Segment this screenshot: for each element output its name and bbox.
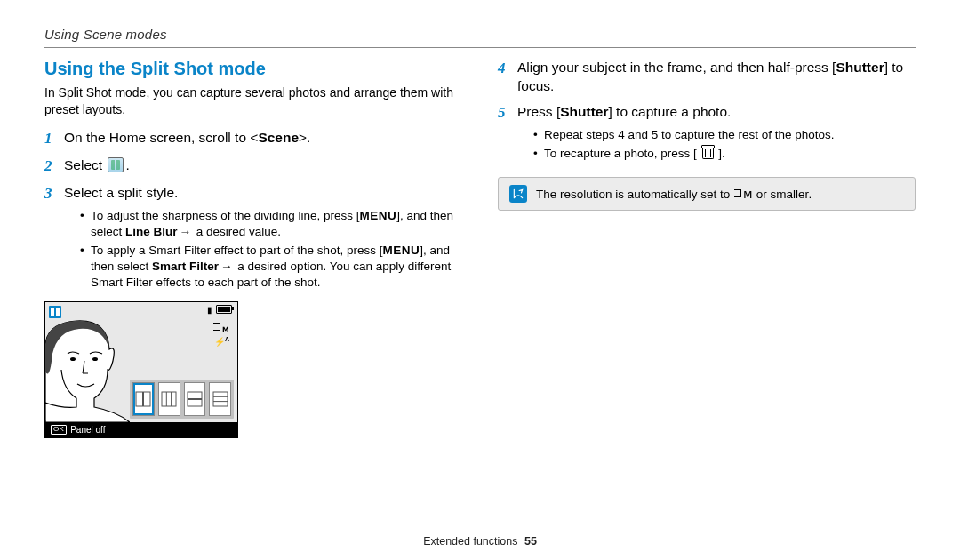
sub-bullet: To apply a Smart Filter effect to part o… <box>80 243 462 292</box>
menu-label: MENU <box>382 244 420 257</box>
steps-list-right: 4 Align your subject in the frame, and t… <box>498 59 916 164</box>
two-column-layout: Using the Split Shot mode In Split Shot … <box>44 59 916 438</box>
sd-icon: ▮ <box>207 305 212 315</box>
layout-options <box>130 380 234 419</box>
header-rule <box>44 47 916 48</box>
camera-bottom-bar: OK Panel off <box>45 422 237 437</box>
face-illustration <box>45 318 130 422</box>
svg-rect-4 <box>162 392 176 406</box>
flash-indicator: ⚡A <box>212 335 229 348</box>
camera-screen: ▮ ᴍ ⚡A <box>45 302 237 422</box>
mode-icon <box>49 306 61 318</box>
megapixel-icon <box>734 188 742 201</box>
running-header: Using Scene modes <box>44 27 916 42</box>
intro-paragraph: In Split Shot mode, you can capture seve… <box>44 84 462 118</box>
page-footer: Extended functions 55 <box>0 535 960 548</box>
note-box: The resolution is automatically set to ᴍ… <box>498 177 916 211</box>
ok-button-icon: OK <box>51 425 67 435</box>
step-2: 2 Select . <box>44 156 462 177</box>
step-number: 4 <box>498 59 517 96</box>
step-4: 4 Align your subject in the frame, and t… <box>498 59 916 96</box>
left-column: Using the Split Shot mode In Split Shot … <box>44 59 462 438</box>
step-number: 3 <box>44 184 64 294</box>
right-column: 4 Align your subject in the frame, and t… <box>498 59 916 438</box>
sub-bullet: Repeat steps 4 and 5 to capture the rest… <box>533 127 916 143</box>
step-body: Align your subject in the frame, and the… <box>517 59 916 96</box>
step-number: 2 <box>44 156 64 177</box>
step-number: 1 <box>44 129 64 149</box>
step-body: Press [Shutter] to capture a photo. Repe… <box>517 103 916 164</box>
status-icons: ▮ <box>207 305 232 315</box>
layout-vertical-2 <box>132 382 155 416</box>
resolution-indicator: ᴍ <box>212 322 229 336</box>
note-text: The resolution is automatically set to ᴍ… <box>536 187 812 201</box>
step-number: 5 <box>498 103 517 164</box>
camera-screenshot: ▮ ᴍ ⚡A <box>44 301 238 438</box>
layout-vertical-3 <box>158 382 180 416</box>
footer-section: Extended functions <box>423 535 517 548</box>
page-number: 55 <box>524 535 537 548</box>
step-1: 1 On the Home screen, scroll to <Scene>. <box>44 129 462 149</box>
split-shot-icon <box>108 157 124 172</box>
step-body: Select . <box>64 156 462 177</box>
svg-point-0 <box>70 357 76 361</box>
step-5: 5 Press [Shutter] to capture a photo. Re… <box>498 103 916 164</box>
step-3: 3 Select a split style. To adjust the sh… <box>44 184 462 294</box>
steps-list-left: 1 On the Home screen, scroll to <Scene>.… <box>44 129 462 294</box>
arrow-icon: → <box>180 224 192 240</box>
menu-label: MENU <box>359 209 396 222</box>
panel-off-label: Panel off <box>70 425 105 435</box>
manual-page: Using Scene modes Using the Split Shot m… <box>0 0 960 560</box>
layout-horizontal-3 <box>209 382 231 416</box>
note-icon <box>509 185 527 203</box>
step-5-sublist: Repeat steps 4 and 5 to capture the rest… <box>517 127 916 162</box>
svg-point-1 <box>92 357 98 361</box>
sub-bullet: To adjust the sharpness of the dividing … <box>80 208 462 240</box>
section-title: Using the Split Shot mode <box>44 59 462 79</box>
arrow-icon: → <box>220 259 233 275</box>
battery-icon <box>216 305 232 314</box>
step-3-sublist: To adjust the sharpness of the dividing … <box>64 208 462 292</box>
step-body: Select a split style. To adjust the shar… <box>64 184 462 294</box>
layout-horizontal-2 <box>184 382 206 416</box>
right-icons: ᴍ ⚡A <box>212 322 229 348</box>
svg-rect-9 <box>213 392 228 406</box>
sub-bullet: To recapture a photo, press [ ]. <box>533 146 916 162</box>
step-body: On the Home screen, scroll to <Scene>. <box>64 129 462 149</box>
trash-icon <box>702 148 714 159</box>
